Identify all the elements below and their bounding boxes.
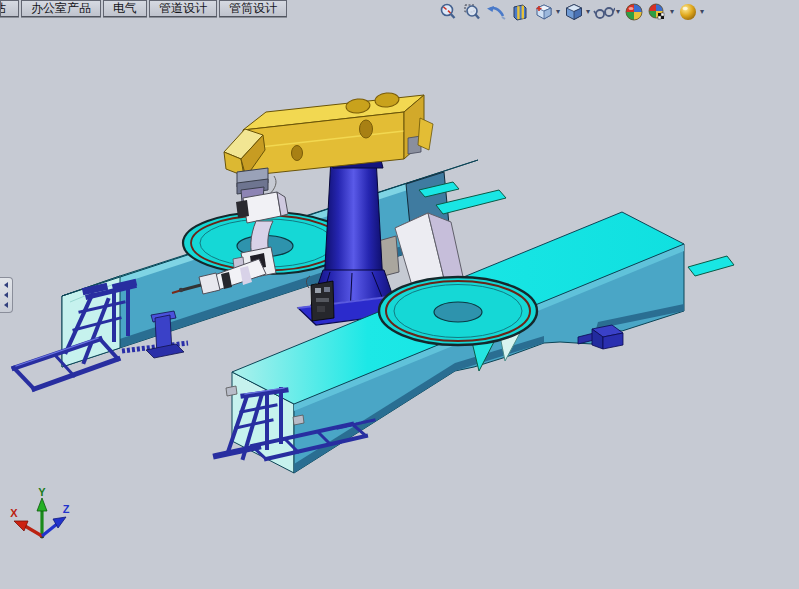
zoom-to-area-icon[interactable] bbox=[461, 1, 483, 23]
collapse-arrow-icon bbox=[4, 282, 8, 288]
tab-electrical[interactable]: 电气 bbox=[103, 0, 147, 17]
apply-scene-dropdown[interactable]: ▾ bbox=[670, 1, 674, 23]
tab-evaluate-partial[interactable]: 估 bbox=[0, 0, 19, 17]
triad-z-label: Z bbox=[63, 503, 70, 515]
tab-piping-design[interactable]: 管道设计 bbox=[149, 0, 217, 17]
previous-view-icon[interactable] bbox=[485, 1, 507, 23]
collapse-arrow-icon bbox=[4, 292, 8, 298]
heads-up-view-toolbar: ▾ ▾ ▾ ▾ ▾ bbox=[436, 1, 706, 23]
section-view-icon[interactable] bbox=[509, 1, 531, 23]
zoom-to-fit-icon[interactable] bbox=[437, 1, 459, 23]
triad-y-label: Y bbox=[38, 486, 46, 498]
view-settings-icon[interactable] bbox=[677, 1, 699, 23]
collapse-arrow-icon bbox=[4, 302, 8, 308]
tab-office-products[interactable]: 办公室产品 bbox=[21, 0, 101, 17]
front-ring[interactable] bbox=[379, 277, 537, 345]
display-style-dropdown[interactable]: ▾ bbox=[586, 1, 590, 23]
view-orientation-dropdown[interactable]: ▾ bbox=[556, 1, 560, 23]
apply-scene-icon[interactable] bbox=[647, 1, 669, 23]
display-style-icon[interactable] bbox=[563, 1, 585, 23]
feature-panel-collapsed-toggle[interactable] bbox=[0, 277, 13, 313]
edit-appearance-icon[interactable] bbox=[623, 1, 645, 23]
graphics-viewport[interactable]: Y X Z bbox=[0, 0, 799, 589]
triad-x-label: X bbox=[10, 507, 18, 519]
hide-show-items-dropdown[interactable]: ▾ bbox=[616, 1, 620, 23]
hide-show-items-icon[interactable] bbox=[593, 1, 615, 23]
command-manager-tabs: 估 办公室产品 电气 管道设计 管筒设计 bbox=[0, 0, 289, 17]
view-settings-dropdown[interactable]: ▾ bbox=[700, 1, 704, 23]
solidworks-window: { "app": { "name": "SolidWorks graphics … bbox=[0, 0, 799, 589]
orientation-triad: Y X Z bbox=[10, 486, 69, 538]
view-orientation-icon[interactable] bbox=[533, 1, 555, 23]
tab-tubing-design[interactable]: 管筒设计 bbox=[219, 0, 287, 17]
